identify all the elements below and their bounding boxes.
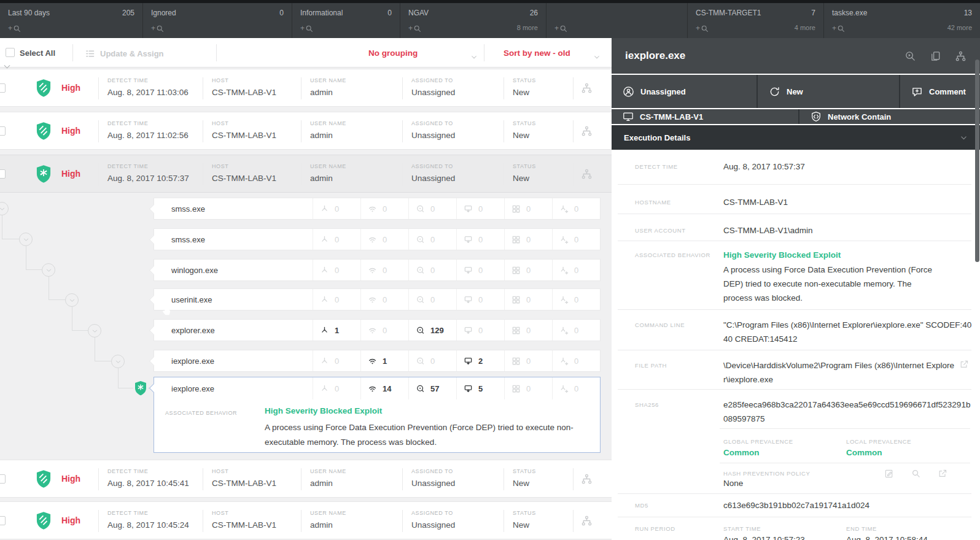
comment-button[interactable]: Comment bbox=[900, 75, 980, 108]
count-network: 0 bbox=[360, 260, 408, 280]
filter-chip-host[interactable]: CS-TMM-TARGET17 +4 more bbox=[688, 3, 824, 38]
process-row[interactable]: userinit.exe 0 0 0 0 0 0 bbox=[154, 288, 601, 310]
zoom-search-icon[interactable] bbox=[904, 50, 916, 62]
process-row[interactable]: smss.exe 0 0 0 0 0 0 bbox=[154, 228, 601, 250]
select-all-checkbox[interactable] bbox=[6, 48, 15, 57]
process-row-selected[interactable]: iexplore.exe 0 14 57 5 0 0 ASSOCIATED BE… bbox=[154, 377, 601, 453]
count-network: 1 bbox=[360, 350, 408, 371]
count-child-processes: 0 bbox=[313, 229, 360, 250]
search-icon[interactable] bbox=[911, 469, 920, 478]
chevron-down-icon[interactable] bbox=[960, 134, 968, 142]
behavior-title-link[interactable]: High Severity Blocked Exploit bbox=[723, 248, 841, 262]
row-checkbox[interactable] bbox=[0, 169, 6, 179]
chevron-down-icon[interactable] bbox=[593, 51, 601, 62]
hash-policy-value: None bbox=[723, 476, 743, 490]
alert-row[interactable]: High DETECT TIMEAug. 8, 2017 11:03:06 HO… bbox=[0, 69, 612, 107]
process-row[interactable]: iexplore.exe 0 1 0 2 0 0 bbox=[154, 350, 601, 372]
filter-more[interactable]: 4 more bbox=[795, 24, 815, 33]
filter-chip-time-range[interactable]: Last 90 days205 + bbox=[0, 3, 143, 38]
panel-scrollbar[interactable] bbox=[975, 60, 979, 262]
field-label: COMMAND LINE bbox=[635, 322, 685, 328]
execution-details-section[interactable]: Execution Details bbox=[612, 125, 980, 150]
process-tree-icon[interactable] bbox=[955, 50, 966, 62]
host-value: CS-TMM-LAB-V1 bbox=[212, 520, 276, 530]
tree-node-icon[interactable] bbox=[19, 233, 33, 246]
add-filter-button[interactable]: + bbox=[696, 24, 709, 33]
count-child-processes: 1 bbox=[313, 320, 360, 341]
branch-icon bbox=[320, 204, 329, 214]
add-filter-button[interactable]: + bbox=[408, 24, 421, 33]
filter-chip-empty[interactable]: + bbox=[546, 3, 688, 38]
behavior-title[interactable]: High Severity Blocked Exploit bbox=[265, 406, 382, 415]
local-prevalence-value[interactable]: Common bbox=[846, 446, 882, 460]
process-tree-icon[interactable] bbox=[581, 168, 593, 180]
filter-chip-informational[interactable]: Informational0 + bbox=[292, 3, 400, 38]
row-checkbox[interactable] bbox=[0, 83, 6, 93]
external-link-icon[interactable] bbox=[959, 360, 969, 369]
alert-row[interactable]: High DETECT TIMEAug. 8, 2017 10:45:41 HO… bbox=[0, 460, 612, 498]
field-label: END TIME bbox=[846, 525, 877, 532]
update-assign-button[interactable]: Update & Assign bbox=[85, 48, 164, 59]
filter-chip-ignored[interactable]: Ignored0 + bbox=[143, 3, 292, 38]
row-checkbox[interactable] bbox=[0, 474, 6, 484]
tree-node-icon[interactable] bbox=[42, 263, 55, 277]
chevron-down-icon[interactable] bbox=[470, 51, 478, 62]
count-modules: 0 bbox=[504, 320, 552, 341]
device-icon bbox=[464, 266, 473, 275]
global-prevalence-value[interactable]: Common bbox=[723, 446, 760, 460]
process-row[interactable]: winlogon.exe 0 0 0 0 0 0 bbox=[154, 259, 601, 281]
external-link-icon[interactable] bbox=[938, 469, 947, 479]
field-label: USER ACCOUNT bbox=[635, 227, 686, 234]
row-checkbox[interactable] bbox=[0, 516, 6, 525]
edit-policy-icon[interactable] bbox=[884, 469, 894, 479]
filter-label: Ignored bbox=[151, 9, 176, 17]
grid-icon bbox=[511, 384, 521, 393]
process-row[interactable]: explorer.exe 1 0 129 0 0 0 bbox=[154, 319, 601, 341]
filter-bar: Last 90 days205 + Ignored0 + Information… bbox=[0, 3, 980, 38]
tree-node-icon[interactable] bbox=[111, 355, 125, 368]
process-tree-icon[interactable] bbox=[581, 125, 593, 137]
add-filter-button[interactable]: + bbox=[300, 24, 313, 33]
row-checkbox[interactable] bbox=[0, 126, 6, 136]
network-contain-button[interactable]: Network Contain bbox=[799, 109, 980, 124]
host-button[interactable]: CS-TMM-LAB-V1 bbox=[612, 109, 798, 124]
copy-icon[interactable] bbox=[930, 50, 941, 62]
behavior-description: A process using Force Data Execution Pre… bbox=[265, 420, 591, 450]
assigned-value: Unassigned bbox=[411, 520, 455, 530]
fork-plus-icon bbox=[559, 357, 569, 366]
process-row[interactable]: smss.exe 0 0 0 0 0 0 bbox=[154, 198, 601, 220]
filter-chip-ngav[interactable]: NGAV26 +8 more bbox=[400, 3, 546, 38]
alert-row[interactable]: High DETECT TIMEAug. 8, 2017 10:45:24 HO… bbox=[0, 501, 612, 539]
alert-row[interactable]: High DETECT TIMEAug. 8, 2017 11:02:56 HO… bbox=[0, 112, 612, 150]
count-events: 0 bbox=[408, 350, 456, 371]
wifi-icon bbox=[368, 295, 377, 304]
tree-node-icon[interactable] bbox=[65, 293, 79, 307]
status-button[interactable]: New bbox=[758, 75, 899, 108]
md5-value: c613e69c3b191bb02c7a191741a1d024 bbox=[723, 498, 869, 512]
add-filter-button[interactable]: + bbox=[554, 24, 567, 33]
process-tree-icon[interactable] bbox=[581, 515, 593, 526]
alert-row-selected[interactable]: High DETECT TIMEAug. 8, 2017 10:57:37 HO… bbox=[0, 155, 612, 193]
collapse-chevron-icon[interactable] bbox=[2, 61, 12, 72]
detect-time-value: Aug. 8, 2017 10:57:37 bbox=[107, 174, 189, 183]
tree-node-icon[interactable] bbox=[0, 202, 9, 215]
filter-label: taskse.exe bbox=[832, 9, 867, 17]
process-tree-icon[interactable] bbox=[581, 473, 593, 485]
add-filter-button[interactable]: + bbox=[8, 24, 21, 33]
assignee-button[interactable]: Unassigned bbox=[612, 75, 756, 108]
filter-more[interactable]: 42 more bbox=[947, 24, 972, 33]
severity-shield-icon bbox=[34, 469, 53, 489]
target-icon bbox=[416, 326, 425, 335]
add-filter-button[interactable]: + bbox=[151, 24, 164, 33]
list-toolbar: Select All Update & Assign No grouping S… bbox=[0, 38, 612, 68]
severity-label: High bbox=[61, 169, 80, 179]
device-icon bbox=[464, 384, 473, 393]
add-filter-button[interactable]: + bbox=[832, 24, 845, 33]
tree-node-icon[interactable] bbox=[88, 324, 101, 338]
filter-chip-process[interactable]: taskse.exe13 +42 more bbox=[824, 3, 980, 38]
user-value: admin bbox=[310, 88, 346, 97]
process-tree-icon[interactable] bbox=[581, 82, 593, 94]
sort-dropdown[interactable]: Sort by new - old bbox=[504, 48, 570, 58]
filter-more[interactable]: 8 more bbox=[517, 24, 538, 33]
grouping-dropdown[interactable]: No grouping bbox=[368, 48, 418, 58]
